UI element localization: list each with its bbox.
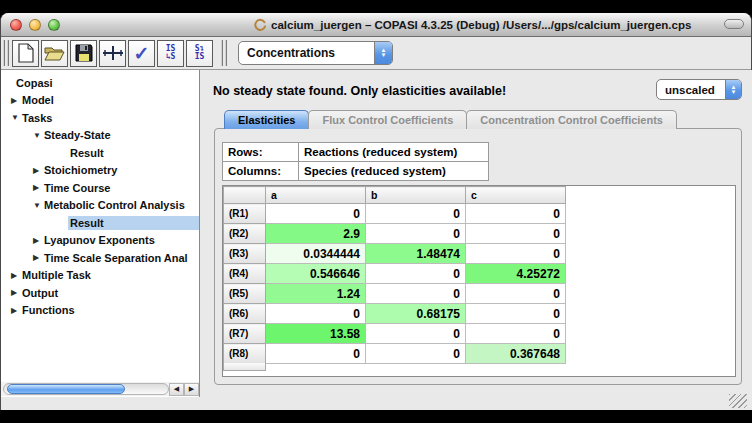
row-header-r6[interactable]: (R6) bbox=[224, 304, 266, 324]
scrollbar-thumb[interactable] bbox=[7, 384, 125, 394]
sidebar-item-lyapunov-exponents[interactable]: ▶Lyapunov Exponents bbox=[1, 232, 199, 250]
cell-r3-b[interactable]: 1.48474 bbox=[366, 244, 466, 264]
save-disk-icon bbox=[75, 44, 93, 62]
cell-r4-c[interactable]: 4.25272 bbox=[466, 264, 566, 284]
table-scroll-area[interactable]: abc (R1)000(R2)2.900(R3)0.03444441.48474… bbox=[222, 185, 736, 377]
title-bar: calcium_juergen – COPASI 4.3.25 (Debug) … bbox=[1, 13, 751, 37]
scrollbar-track[interactable] bbox=[3, 383, 169, 395]
zoom-button[interactable] bbox=[48, 19, 60, 31]
sidebar-item-result[interactable]: Result bbox=[1, 144, 199, 162]
chevron-right-icon[interactable]: ▶ bbox=[11, 306, 20, 315]
chevron-right-icon[interactable]: ▶ bbox=[33, 236, 42, 245]
task-selector[interactable]: Concentrations ▲▼ bbox=[238, 41, 393, 65]
sidebar-horizontal-scrollbar[interactable]: ◀ ▶ bbox=[1, 382, 199, 396]
chevron-right-icon[interactable]: ▶ bbox=[11, 288, 20, 297]
result-tabs: ElasticitiesFlux Control CoefficientsCon… bbox=[224, 110, 676, 129]
status-message: No steady state found. Only elasticities… bbox=[213, 84, 506, 98]
row-header-r3[interactable]: (R3) bbox=[224, 244, 266, 264]
sidebar-item-functions[interactable]: ▶Functions bbox=[1, 302, 199, 320]
scroll-right-button[interactable]: ▶ bbox=[184, 383, 199, 396]
minimize-button[interactable] bbox=[29, 19, 41, 31]
scroll-left-button[interactable]: ◀ bbox=[169, 383, 184, 396]
chevron-right-icon[interactable]: ▶ bbox=[33, 166, 42, 175]
cell-r2-c[interactable]: 0 bbox=[466, 224, 566, 244]
cell-r7-a[interactable]: 13.58 bbox=[266, 324, 366, 344]
toolbar-grip-2[interactable] bbox=[221, 40, 227, 66]
sidebar-item-copasi[interactable]: Copasi bbox=[1, 74, 199, 92]
sidebar-item-stoichiometry[interactable]: ▶Stoichiometry bbox=[1, 162, 199, 180]
cell-r4-a[interactable]: 0.546646 bbox=[266, 264, 366, 284]
column-header-a[interactable]: a bbox=[266, 187, 366, 204]
column-header-b[interactable]: b bbox=[366, 187, 466, 204]
sidebar-item-multiple-task[interactable]: ▶Multiple Task bbox=[1, 267, 199, 285]
resize-grip-icon[interactable] bbox=[729, 394, 747, 408]
chevron-right-icon[interactable]: ▶ bbox=[11, 271, 20, 280]
chevron-down-icon[interactable]: ▼ bbox=[33, 201, 42, 210]
row-header-r4[interactable]: (R4) bbox=[224, 264, 266, 284]
table-header-row: abc bbox=[224, 187, 566, 204]
row-header-r5[interactable]: (R5) bbox=[224, 284, 266, 304]
sidebar-item-label: Metabolic Control Analysis bbox=[42, 198, 199, 212]
sidebar-item-result[interactable]: Result bbox=[1, 214, 199, 232]
column-header-c[interactable]: c bbox=[466, 187, 566, 204]
chevron-right-icon[interactable]: ▶ bbox=[11, 96, 20, 105]
row-header-r2[interactable]: (R2) bbox=[224, 224, 266, 244]
save-file-button[interactable] bbox=[70, 40, 97, 67]
cell-r5-c[interactable]: 0 bbox=[466, 284, 566, 304]
stepper-icon[interactable]: ▲▼ bbox=[725, 80, 741, 99]
sidebar-item-time-course[interactable]: ▶Time Course bbox=[1, 179, 199, 197]
cell-r1-c[interactable]: 0 bbox=[466, 204, 566, 224]
table-row: (R4)0.54664604.25272 bbox=[224, 264, 566, 284]
tab-flux-control-coefficients[interactable]: Flux Control Coefficients bbox=[308, 110, 467, 129]
chevron-down-icon[interactable]: ▼ bbox=[33, 131, 42, 140]
cell-r8-c[interactable]: 0.367648 bbox=[466, 344, 566, 364]
cell-r1-a[interactable]: 0 bbox=[266, 204, 366, 224]
cell-r6-b[interactable]: 0.68175 bbox=[366, 304, 466, 324]
scale-selector[interactable]: unscaled ▲▼ bbox=[656, 79, 742, 100]
is-to-s-button[interactable]: IS ↳S bbox=[157, 40, 184, 67]
toolbar-toggle-button[interactable] bbox=[724, 19, 744, 29]
tab-concentration-control-coefficients[interactable]: Concentration Control Coefficients bbox=[466, 110, 677, 129]
sidebar-item-steady-state[interactable]: ▼Steady-State bbox=[1, 127, 199, 145]
row-header-stub bbox=[223, 363, 266, 371]
chevron-right-icon[interactable]: ▶ bbox=[33, 253, 42, 262]
open-file-button[interactable] bbox=[41, 40, 68, 67]
cell-r8-a[interactable]: 0 bbox=[266, 344, 366, 364]
cell-r3-a[interactable]: 0.0344444 bbox=[266, 244, 366, 264]
status-strip bbox=[1, 397, 751, 410]
cell-r2-b[interactable]: 0 bbox=[366, 224, 466, 244]
row-header-r1[interactable]: (R1) bbox=[224, 204, 266, 224]
corner-header bbox=[224, 187, 266, 204]
cell-r1-b[interactable]: 0 bbox=[366, 204, 466, 224]
cell-r5-b[interactable]: 0 bbox=[366, 284, 466, 304]
cell-r7-b[interactable]: 0 bbox=[366, 324, 466, 344]
new-file-button[interactable] bbox=[12, 40, 39, 67]
chevron-down-icon[interactable]: ▼ bbox=[11, 113, 20, 122]
row-header-r8[interactable]: (R8) bbox=[224, 344, 266, 364]
stepper-icon[interactable]: ▲▼ bbox=[374, 42, 392, 64]
cell-r4-b[interactable]: 0 bbox=[366, 264, 466, 284]
toolbar-grip[interactable] bbox=[3, 40, 9, 66]
sidebar-item-model[interactable]: ▶Model bbox=[1, 92, 199, 110]
table-row: (R8)000.367648 bbox=[224, 344, 566, 364]
sidebar-item-time-scale-separation-anal[interactable]: ▶Time Scale Separation Anal bbox=[1, 249, 199, 267]
cell-r5-a[interactable]: 1.24 bbox=[266, 284, 366, 304]
tab-elasticities[interactable]: Elasticities bbox=[224, 110, 309, 129]
cell-r7-c[interactable]: 0 bbox=[466, 324, 566, 344]
cell-r6-a[interactable]: 0 bbox=[266, 304, 366, 324]
columns-value: Species (reduced system) bbox=[299, 162, 489, 181]
close-button[interactable] bbox=[10, 19, 22, 31]
cell-r6-c[interactable]: 0 bbox=[466, 304, 566, 324]
insert-marker-button[interactable] bbox=[99, 40, 126, 67]
cell-r8-b[interactable]: 0 bbox=[366, 344, 466, 364]
elasticities-table: abc (R1)000(R2)2.900(R3)0.03444441.48474… bbox=[223, 186, 566, 364]
sidebar-item-tasks[interactable]: ▼Tasks bbox=[1, 109, 199, 127]
cell-r2-a[interactable]: 2.9 bbox=[266, 224, 366, 244]
sidebar-item-output[interactable]: ▶Output bbox=[1, 284, 199, 302]
check-button[interactable]: ✓ bbox=[128, 40, 155, 67]
chevron-right-icon[interactable]: ▶ bbox=[33, 183, 42, 192]
sidebar-item-metabolic-control-analysis[interactable]: ▼Metabolic Control Analysis bbox=[1, 197, 199, 215]
s-to-is-button[interactable]: S↴ IS bbox=[186, 40, 213, 67]
row-header-r7[interactable]: (R7) bbox=[224, 324, 266, 344]
cell-r3-c[interactable]: 0 bbox=[466, 244, 566, 264]
